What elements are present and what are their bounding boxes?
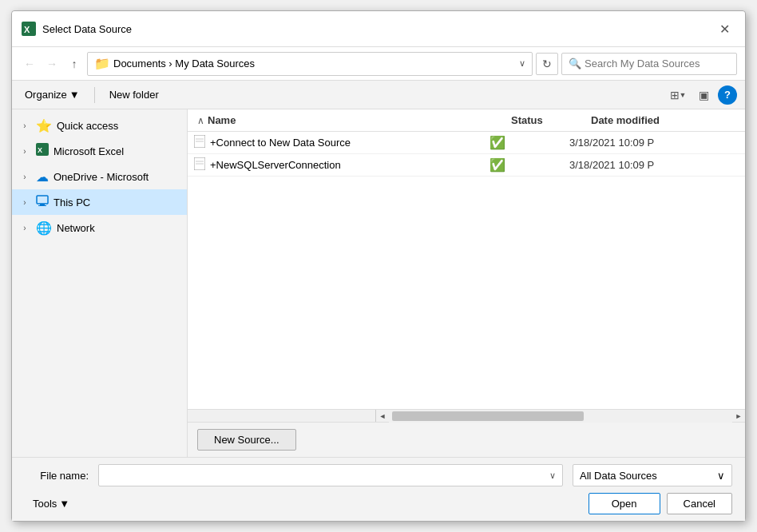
sidebar-label: This PC [54,197,90,208]
help-button[interactable]: ? [718,85,737,105]
sidebar-label: Microsoft Excel [54,145,124,157]
sidebar-label: OneDrive - Microsoft [54,171,149,183]
svg-rect-5 [40,204,45,205]
action-row: Tools ▼ Open Cancel [25,493,732,514]
dialog-title: Select Data Source [42,23,713,35]
this-pc-icon [36,194,49,210]
file-status: ✅ [489,135,569,150]
file-area: ∧ Name Status Date modified [188,109,745,457]
status-check-icon: ✅ [489,135,505,150]
address-bar: ← → ↑ 📁 Documents › My Data Sources ∨ ↻ … [12,47,745,81]
select-data-source-dialog: X Select Data Source ✕ ← → ↑ 📁 Documents… [11,10,746,522]
filetype-dropdown[interactable]: All Data Sources ∨ [573,464,732,486]
forward-button[interactable]: → [42,54,61,73]
column-headers: Name Status Date modified [208,114,739,126]
filename-input[interactable] [105,470,546,482]
tools-button[interactable]: Tools ▼ [25,494,77,514]
scroll-left-space [188,410,376,423]
organize-button[interactable]: Organize ▼ [20,86,85,103]
quick-access-icon: ⭐ [36,118,52,133]
up-button[interactable]: ↑ [65,54,84,73]
folder-icon: 📁 [94,56,110,71]
expand-icon: › [18,196,31,208]
expand-icon: › [18,170,31,183]
file-icon [194,135,205,150]
network-icon: 🌐 [36,220,52,236]
file-status: ✅ [489,157,569,173]
search-input[interactable] [585,58,730,69]
column-header-row: ∧ Name Status Date modified [188,109,745,132]
new-source-button[interactable]: New Source... [197,429,296,451]
svg-rect-4 [37,196,48,204]
filename-input-container: ∨ [98,464,563,486]
preview-pane-button[interactable]: ▣ [692,85,715,105]
file-date: 3/18/2021 10:09 P [569,137,739,149]
search-box: 🔍 [561,53,737,75]
sidebar-item-onedrive[interactable]: › ☁ OneDrive - Microsoft [12,164,187,189]
col-status-header[interactable]: Status [511,114,591,126]
scroll-track[interactable] [389,410,732,423]
file-name: +NewSQLServerConnection [210,159,489,171]
filetype-label: All Data Sources [580,470,657,482]
title-bar: X Select Data Source ✕ [12,11,745,47]
toolbar-right: ⊞ ▼ ▣ ? [667,85,737,105]
file-list: +Connect to New Data Source ✅ 3/18/2021 … [188,132,745,409]
status-check-icon: ✅ [489,157,505,173]
search-icon: 🔍 [569,58,581,69]
sidebar-label: Quick access [57,120,118,132]
bottom-bar: File name: ∨ All Data Sources ∨ Tools ▼ … [12,457,745,521]
main-content: › ⭐ Quick access › X Microsoft Excel › ☁… [12,109,745,457]
file-icon [194,157,205,173]
view-options-button[interactable]: ⊞ ▼ [667,85,689,105]
svg-text:X: X [24,25,30,34]
views-chevron: ▼ [680,91,687,99]
expand-icon: › [18,119,31,132]
horizontal-scrollbar[interactable]: ◄ ► [188,409,745,422]
col-name-header[interactable]: Name [208,114,511,126]
file-date: 3/18/2021 10:09 P [569,159,739,171]
scroll-thumb[interactable] [392,411,584,421]
filename-label: File name: [25,470,89,482]
filetype-chevron: ∨ [717,470,725,482]
scroll-right-arrow[interactable]: ► [732,410,745,423]
path-text: Documents › My Data Sources [113,58,516,69]
sidebar-item-excel[interactable]: › X Microsoft Excel [12,138,187,164]
table-row[interactable]: +NewSQLServerConnection ✅ 3/18/2021 10:0… [188,154,745,177]
sidebar-item-this-pc[interactable]: › This PC [12,189,187,215]
address-path[interactable]: 📁 Documents › My Data Sources ∨ [87,52,533,76]
sidebar-item-quick-access[interactable]: › ⭐ Quick access [12,113,187,138]
new-source-area: New Source... [188,422,745,457]
refresh-button[interactable]: ↻ [536,53,558,75]
open-button[interactable]: Open [589,493,660,514]
back-button[interactable]: ← [20,54,39,73]
excel-icon: X [36,143,49,159]
toolbar: Organize ▼ New folder ⊞ ▼ ▣ ? [12,81,745,109]
views-icon: ⊞ [670,89,680,101]
collapse-button[interactable]: ∧ [194,115,208,126]
expand-icon: › [18,221,31,234]
svg-rect-6 [38,205,46,206]
file-name: +Connect to New Data Source [210,137,489,149]
cancel-button[interactable]: Cancel [667,493,732,514]
toolbar-separator [94,87,95,103]
app-icon: X [22,22,36,36]
svg-text:X: X [38,146,42,154]
filename-dropdown-icon[interactable]: ∨ [549,470,556,481]
expand-icon: › [18,145,31,157]
onedrive-icon: ☁ [36,169,49,185]
new-folder-button[interactable]: New folder [105,86,164,103]
scroll-left-arrow[interactable]: ◄ [376,410,389,423]
sidebar-item-network[interactable]: › 🌐 Network [12,215,187,240]
col-date-header[interactable]: Date modified [591,114,739,126]
filename-row: File name: ∨ All Data Sources ∨ [25,464,732,486]
sidebar: › ⭐ Quick access › X Microsoft Excel › ☁… [12,109,188,457]
close-button[interactable]: ✕ [713,18,735,40]
path-chevron[interactable]: ∨ [519,58,525,69]
sidebar-label: Network [57,222,95,234]
preview-icon: ▣ [699,89,709,101]
table-row[interactable]: +Connect to New Data Source ✅ 3/18/2021 … [188,132,745,154]
